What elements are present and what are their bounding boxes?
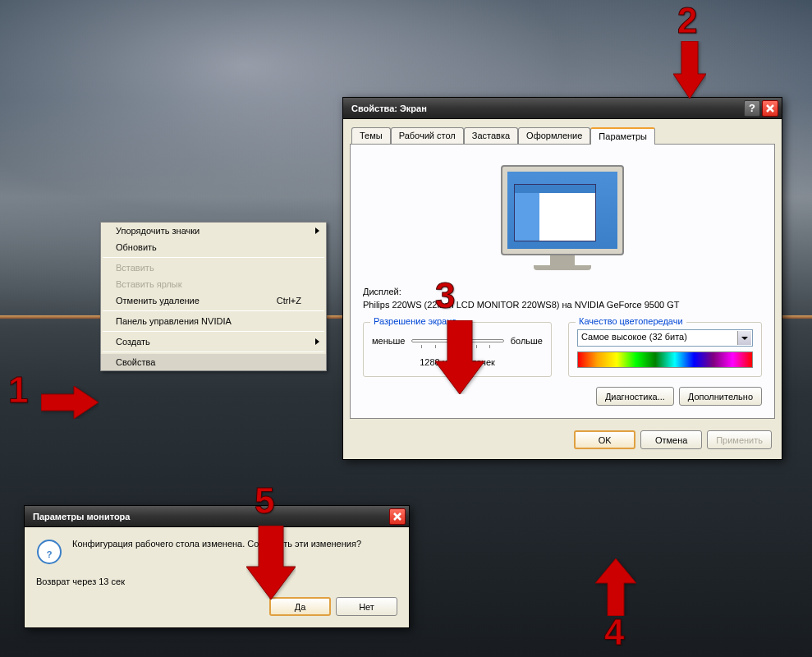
svg-marker-2 xyxy=(41,386,99,419)
desktop-context-menu: Упорядочить значки Обновить Вставить Вст… xyxy=(100,222,327,371)
menu-separator xyxy=(103,310,324,311)
titlebar[interactable]: Параметры монитора xyxy=(25,506,409,527)
close-icon xyxy=(765,103,775,113)
menu-separator xyxy=(103,351,324,352)
menu-undo-delete[interactable]: Отменить удаление Ctrl+Z xyxy=(101,292,326,309)
monitor-settings-confirm-dialog: Параметры монитора ? Конфигурация рабоче… xyxy=(24,505,410,628)
marker-1-arrow xyxy=(41,386,99,419)
menu-hotkey: Ctrl+Z xyxy=(277,296,301,306)
svg-marker-5 xyxy=(595,558,636,616)
monitor-icon xyxy=(501,165,624,270)
apply-button: Применить xyxy=(707,430,772,449)
resolution-fieldset: Разрешение экрана меньше больше 1280 на … xyxy=(363,322,552,377)
menu-label: Отменить удаление xyxy=(116,296,200,306)
monitor-preview xyxy=(363,157,762,287)
menu-label: Вставить ярлык xyxy=(116,279,182,289)
svg-text:?: ? xyxy=(47,549,53,559)
color-quality-combo[interactable]: Самое высокое (32 бита) xyxy=(577,329,753,347)
menu-label: Обновить xyxy=(116,242,157,252)
resolution-more-label: больше xyxy=(511,336,543,346)
menu-label: Вставить xyxy=(116,263,154,273)
marker-4-arrow xyxy=(595,558,636,616)
advanced-button[interactable]: Дополнительно xyxy=(679,387,762,406)
yes-button[interactable]: Да xyxy=(269,597,331,616)
color-spectrum xyxy=(577,351,753,368)
menu-create[interactable]: Создать xyxy=(101,333,326,350)
close-button[interactable] xyxy=(389,508,406,525)
dialog-title: Свойства: Экран xyxy=(351,103,742,113)
chevron-right-icon xyxy=(315,338,319,345)
confirm-countdown: Возврат через 13 сек xyxy=(25,577,409,598)
ok-button[interactable]: OK xyxy=(574,430,635,449)
tab-screensaver[interactable]: Заставка xyxy=(464,127,518,144)
close-button[interactable] xyxy=(762,100,778,117)
help-button[interactable]: ? xyxy=(744,100,760,117)
display-name: Philips 220WS (22inch LCD MONITOR 220WS8… xyxy=(363,300,762,310)
combo-value: Самое высокое (32 бита) xyxy=(581,332,687,342)
menu-separator xyxy=(103,331,324,332)
question-icon: ? xyxy=(36,539,62,565)
menu-label: Создать xyxy=(116,337,150,347)
resolution-slider[interactable] xyxy=(411,339,503,342)
menu-arrange-icons[interactable]: Упорядочить значки xyxy=(101,223,326,239)
cancel-button[interactable]: Отмена xyxy=(640,430,702,449)
menu-properties[interactable]: Свойства xyxy=(101,354,326,370)
tab-desktop[interactable]: Рабочий стол xyxy=(391,127,464,144)
display-label: Дисплей: xyxy=(363,287,762,296)
tab-themes[interactable]: Темы xyxy=(351,127,391,144)
tab-content-settings: Дисплей: Philips 220WS (22inch LCD MONIT… xyxy=(350,144,775,419)
menu-refresh[interactable]: Обновить xyxy=(101,239,326,255)
close-icon xyxy=(392,512,402,521)
color-quality-fieldset: Качество цветопередачи Самое высокое (32… xyxy=(568,322,762,377)
tab-settings[interactable]: Параметры xyxy=(590,127,655,145)
color-quality-legend: Качество цветопередачи xyxy=(576,316,686,326)
menu-separator xyxy=(103,257,324,258)
menu-paste-shortcut: Вставить ярлык xyxy=(101,276,326,292)
display-properties-dialog: Свойства: Экран ? Темы Рабочий стол Заст… xyxy=(342,97,782,460)
troubleshoot-button[interactable]: Диагностика... xyxy=(596,387,674,406)
menu-label: Свойства xyxy=(116,357,155,367)
resolution-less-label: меньше xyxy=(372,336,405,346)
menu-label: Панель управления NVIDIA xyxy=(116,316,232,326)
no-button[interactable]: Нет xyxy=(336,597,397,616)
menu-label: Упорядочить значки xyxy=(116,226,200,236)
slider-thumb[interactable] xyxy=(453,334,462,349)
resolution-value: 1280 на 800 точек xyxy=(372,357,543,367)
resolution-legend: Разрешение экрана xyxy=(370,316,460,326)
titlebar[interactable]: Свойства: Экран ? xyxy=(343,98,782,119)
menu-nvidia-panel[interactable]: Панель управления NVIDIA xyxy=(101,313,326,329)
marker-4: 4 xyxy=(604,612,624,653)
tab-strip: Темы Рабочий стол Заставка Оформление Па… xyxy=(343,119,782,144)
menu-paste: Вставить xyxy=(101,260,326,276)
dialog-title: Параметры монитора xyxy=(33,512,388,521)
chevron-right-icon xyxy=(315,227,319,234)
chevron-down-icon xyxy=(737,331,751,345)
tab-appearance[interactable]: Оформление xyxy=(518,127,590,144)
marker-1: 1 xyxy=(8,370,28,411)
confirm-message: Конфигурация рабочего стола изменена. Со… xyxy=(72,539,397,565)
